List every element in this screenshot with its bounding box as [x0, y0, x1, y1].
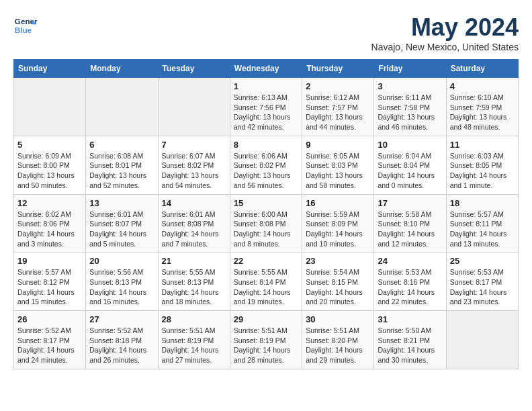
- calendar-cell: 19Sunrise: 5:57 AMSunset: 8:12 PMDayligh…: [14, 253, 86, 311]
- day-info: Sunrise: 5:58 AMSunset: 8:10 PMDaylight:…: [378, 210, 442, 249]
- calendar-cell: 20Sunrise: 5:56 AMSunset: 8:13 PMDayligh…: [86, 253, 158, 311]
- day-number: 18: [450, 198, 515, 208]
- day-info: Sunrise: 6:01 AMSunset: 8:07 PMDaylight:…: [89, 210, 154, 249]
- day-number: 2: [306, 81, 370, 91]
- calendar-cell: 12Sunrise: 6:02 AMSunset: 8:06 PMDayligh…: [14, 194, 86, 253]
- calendar-cell: 5Sunrise: 6:09 AMSunset: 8:00 PMDaylight…: [14, 136, 86, 194]
- day-info: Sunrise: 5:52 AMSunset: 8:18 PMDaylight:…: [89, 326, 154, 365]
- calendar-cell: 22Sunrise: 5:55 AMSunset: 8:14 PMDayligh…: [230, 253, 302, 311]
- week-row-4: 19Sunrise: 5:57 AMSunset: 8:12 PMDayligh…: [14, 253, 519, 311]
- day-number: 4: [450, 81, 515, 91]
- day-number: 21: [162, 256, 226, 266]
- week-row-5: 26Sunrise: 5:52 AMSunset: 8:17 PMDayligh…: [14, 311, 519, 369]
- day-number: 31: [378, 314, 442, 324]
- weekday-header-tuesday: Tuesday: [158, 60, 230, 78]
- weekday-header-row: SundayMondayTuesdayWednesdayThursdayFrid…: [14, 60, 519, 78]
- day-number: 10: [378, 140, 442, 150]
- day-info: Sunrise: 5:57 AMSunset: 8:11 PMDaylight:…: [450, 210, 515, 249]
- day-info: Sunrise: 6:10 AMSunset: 7:59 PMDaylight:…: [450, 93, 515, 132]
- calendar-cell: 17Sunrise: 5:58 AMSunset: 8:10 PMDayligh…: [374, 194, 446, 253]
- day-info: Sunrise: 5:50 AMSunset: 8:21 PMDaylight:…: [378, 326, 442, 365]
- svg-text:Blue: Blue: [15, 26, 32, 34]
- day-info: Sunrise: 6:06 AMSunset: 8:02 PMDaylight:…: [234, 151, 298, 191]
- day-info: Sunrise: 6:07 AMSunset: 8:02 PMDaylight:…: [162, 151, 226, 191]
- calendar-cell: [446, 311, 518, 369]
- day-number: 13: [89, 198, 154, 208]
- day-info: Sunrise: 5:51 AMSunset: 8:19 PMDaylight:…: [162, 326, 226, 365]
- calendar-cell: 3Sunrise: 6:11 AMSunset: 7:58 PMDaylight…: [374, 78, 446, 136]
- day-number: 1: [234, 81, 298, 91]
- day-number: 19: [17, 256, 82, 266]
- day-number: 30: [306, 314, 370, 324]
- calendar-cell: [14, 78, 86, 136]
- day-info: Sunrise: 5:59 AMSunset: 8:09 PMDaylight:…: [306, 210, 370, 249]
- calendar-cell: 8Sunrise: 6:06 AMSunset: 8:02 PMDaylight…: [230, 136, 302, 194]
- day-info: Sunrise: 5:53 AMSunset: 8:17 PMDaylight:…: [450, 267, 515, 307]
- calendar-cell: 4Sunrise: 6:10 AMSunset: 7:59 PMDaylight…: [446, 78, 518, 136]
- day-info: Sunrise: 5:57 AMSunset: 8:12 PMDaylight:…: [17, 267, 82, 307]
- calendar-cell: 10Sunrise: 6:04 AMSunset: 8:04 PMDayligh…: [374, 136, 446, 194]
- weekday-header-wednesday: Wednesday: [230, 60, 302, 78]
- calendar-cell: 25Sunrise: 5:53 AMSunset: 8:17 PMDayligh…: [446, 253, 518, 311]
- day-number: 5: [17, 140, 82, 150]
- calendar-cell: 23Sunrise: 5:54 AMSunset: 8:15 PMDayligh…: [302, 253, 374, 311]
- day-info: Sunrise: 5:55 AMSunset: 8:14 PMDaylight:…: [234, 267, 298, 307]
- title-block: May 2024 Navajo, New Mexico, United Stat…: [371, 13, 519, 52]
- calendar-cell: 15Sunrise: 6:00 AMSunset: 8:08 PMDayligh…: [230, 194, 302, 253]
- day-info: Sunrise: 6:01 AMSunset: 8:08 PMDaylight:…: [162, 210, 226, 249]
- day-info: Sunrise: 5:55 AMSunset: 8:13 PMDaylight:…: [162, 267, 226, 307]
- calendar-cell: 2Sunrise: 6:12 AMSunset: 7:57 PMDaylight…: [302, 78, 374, 136]
- week-row-1: 1Sunrise: 6:13 AMSunset: 7:56 PMDaylight…: [14, 78, 519, 136]
- day-number: 3: [378, 81, 442, 91]
- day-info: Sunrise: 5:51 AMSunset: 8:19 PMDaylight:…: [234, 326, 298, 365]
- calendar-cell: 26Sunrise: 5:52 AMSunset: 8:17 PMDayligh…: [14, 311, 86, 369]
- day-number: 23: [306, 256, 370, 266]
- day-info: Sunrise: 5:53 AMSunset: 8:16 PMDaylight:…: [378, 267, 442, 307]
- day-number: 14: [162, 198, 226, 208]
- day-info: Sunrise: 5:54 AMSunset: 8:15 PMDaylight:…: [306, 267, 370, 307]
- day-info: Sunrise: 6:04 AMSunset: 8:04 PMDaylight:…: [378, 151, 442, 191]
- day-number: 16: [306, 198, 370, 208]
- calendar-cell: 27Sunrise: 5:52 AMSunset: 8:18 PMDayligh…: [86, 311, 158, 369]
- day-number: 7: [162, 140, 226, 150]
- calendar-cell: 21Sunrise: 5:55 AMSunset: 8:13 PMDayligh…: [158, 253, 230, 311]
- week-row-3: 12Sunrise: 6:02 AMSunset: 8:06 PMDayligh…: [14, 194, 519, 253]
- day-number: 24: [378, 256, 442, 266]
- calendar-cell: 14Sunrise: 6:01 AMSunset: 8:08 PMDayligh…: [158, 194, 230, 253]
- day-number: 11: [450, 140, 515, 150]
- day-info: Sunrise: 6:03 AMSunset: 8:05 PMDaylight:…: [450, 151, 515, 191]
- week-row-2: 5Sunrise: 6:09 AMSunset: 8:00 PMDaylight…: [14, 136, 519, 194]
- day-info: Sunrise: 6:12 AMSunset: 7:57 PMDaylight:…: [306, 93, 370, 132]
- day-info: Sunrise: 6:08 AMSunset: 8:01 PMDaylight:…: [89, 151, 154, 191]
- day-number: 29: [234, 314, 298, 324]
- day-info: Sunrise: 6:02 AMSunset: 8:06 PMDaylight:…: [17, 210, 82, 249]
- svg-text:General: General: [15, 17, 38, 26]
- day-number: 8: [234, 140, 298, 150]
- calendar-cell: 28Sunrise: 5:51 AMSunset: 8:19 PMDayligh…: [158, 311, 230, 369]
- calendar-table: SundayMondayTuesdayWednesdayThursdayFrid…: [13, 59, 519, 369]
- calendar-title: May 2024: [371, 13, 519, 42]
- weekday-header-friday: Friday: [374, 60, 446, 78]
- day-number: 26: [17, 314, 82, 324]
- calendar-cell: 30Sunrise: 5:51 AMSunset: 8:20 PMDayligh…: [302, 311, 374, 369]
- calendar-cell: 9Sunrise: 6:05 AMSunset: 8:03 PMDaylight…: [302, 136, 374, 194]
- day-number: 17: [378, 198, 442, 208]
- day-info: Sunrise: 5:51 AMSunset: 8:20 PMDaylight:…: [306, 326, 370, 365]
- day-number: 9: [306, 140, 370, 150]
- day-info: Sunrise: 6:09 AMSunset: 8:00 PMDaylight:…: [17, 151, 82, 191]
- calendar-cell: 6Sunrise: 6:08 AMSunset: 8:01 PMDaylight…: [86, 136, 158, 194]
- day-info: Sunrise: 6:13 AMSunset: 7:56 PMDaylight:…: [234, 93, 298, 132]
- day-number: 20: [89, 256, 154, 266]
- calendar-cell: 1Sunrise: 6:13 AMSunset: 7:56 PMDaylight…: [230, 78, 302, 136]
- day-info: Sunrise: 5:52 AMSunset: 8:17 PMDaylight:…: [17, 326, 82, 365]
- weekday-header-thursday: Thursday: [302, 60, 374, 78]
- calendar-cell: 29Sunrise: 5:51 AMSunset: 8:19 PMDayligh…: [230, 311, 302, 369]
- calendar-cell: 13Sunrise: 6:01 AMSunset: 8:07 PMDayligh…: [86, 194, 158, 253]
- day-info: Sunrise: 6:11 AMSunset: 7:58 PMDaylight:…: [378, 93, 442, 132]
- weekday-header-sunday: Sunday: [14, 60, 86, 78]
- calendar-cell: 31Sunrise: 5:50 AMSunset: 8:21 PMDayligh…: [374, 311, 446, 369]
- day-info: Sunrise: 5:56 AMSunset: 8:13 PMDaylight:…: [89, 267, 154, 307]
- calendar-cell: [86, 78, 158, 136]
- day-info: Sunrise: 6:05 AMSunset: 8:03 PMDaylight:…: [306, 151, 370, 191]
- page-header: General Blue May 2024 Navajo, New Mexico…: [13, 13, 519, 52]
